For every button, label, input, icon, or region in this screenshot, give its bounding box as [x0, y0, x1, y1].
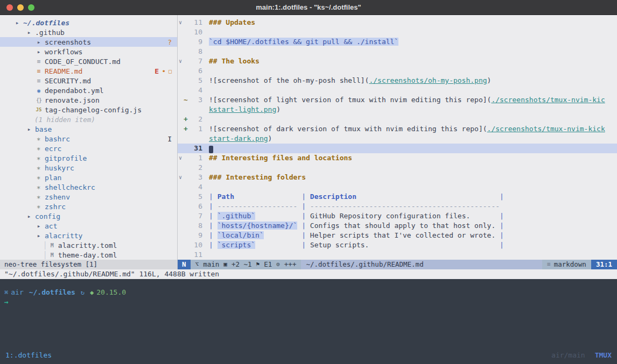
text-segment: | — [495, 231, 504, 239]
tree-item-alacritty[interactable]: ▸alacritty — [0, 231, 177, 240]
tree-item-github[interactable]: ▸.github — [0, 27, 177, 37]
text-segment: ) — [487, 76, 492, 84]
tree-item-root[interactable]: ▸~/.dotfiles — [0, 18, 177, 27]
line-text: | `hosts/{hostname}/` | Configs that sho… — [209, 221, 504, 231]
editor-line[interactable]: 4 — [178, 85, 617, 95]
git-sign-column — [184, 173, 190, 182]
item-label: config — [35, 212, 60, 220]
gutter: 10 — [178, 27, 209, 37]
shell-pane[interactable]: ⌘air~/.dotfiles↻◆20.15.0 → 1:.dotfiles a… — [0, 279, 617, 364]
tree-item-hidden-items[interactable]: (1 hidden item) — [0, 115, 177, 124]
editor-line[interactable]: 10| `scripts` | Setup scripts. | — [178, 240, 617, 250]
text-segment: | — [297, 231, 310, 239]
git-sign-column — [184, 134, 190, 144]
zoom-button[interactable] — [28, 4, 34, 11]
gutter: 6 — [178, 202, 209, 211]
editor-line[interactable]: 10 — [178, 27, 617, 37]
line-text: kstart-light.png) — [209, 105, 281, 115]
tree-item-security-md[interactable]: ≡SECURITY.md — [0, 76, 177, 85]
editor-line[interactable]: 9| `local/bin` | Helper scripts that I'v… — [178, 231, 617, 240]
editor-panel[interactable]: ∨11### Updates109`cd $HOME/.dotfiles && … — [178, 15, 617, 260]
shell-rc-file-icon: ∗ — [34, 135, 43, 143]
editor-rows: ∨11### Updates109`cd $HOME/.dotfiles && … — [178, 18, 617, 260]
text-segment: ![screenshot of the oh-my-posh shell]( — [209, 76, 369, 84]
editor-line[interactable]: ∨7## The looks — [178, 56, 617, 66]
tree-item-dependabot-yml[interactable]: ◉dependabot.yml — [0, 85, 177, 95]
tree-item-code-of-conduct-md[interactable]: ≡CODE_OF_CONDUCT.md — [0, 56, 177, 66]
tree-item-shellcheckrc[interactable]: ∗shellcheckrc — [0, 182, 177, 192]
tree-item-plan[interactable]: ∗plan — [0, 173, 177, 182]
markdown-file-icon: ≡ — [34, 58, 43, 65]
line-number: 2 — [190, 115, 202, 124]
tree-item-readme-md[interactable]: ≡README.mdE•□ — [0, 66, 177, 76]
editor-line[interactable]: 11 — [178, 250, 617, 260]
text-segment: ./screenshots/tmux-nvim-kick — [487, 125, 605, 133]
text-segment: ## The looks — [209, 57, 260, 65]
tree-item-zshrc[interactable]: ∗zshrc — [0, 202, 177, 211]
editor-line[interactable]: ∨3### Interesting folders — [178, 173, 617, 182]
editor-line[interactable]: 8 — [178, 47, 617, 56]
git-sign-column — [184, 56, 190, 66]
tree-item-renovate-json[interactable]: {}renovate.json — [0, 95, 177, 105]
text-segment: | — [209, 212, 218, 220]
tree-item-bashrc[interactable]: ∗bashrcI — [0, 134, 177, 144]
editor-line[interactable]: 7| `.github` | GitHub Repository configu… — [178, 211, 617, 221]
text-segment: Helper scripts that I've collected or wr… — [310, 231, 495, 239]
tree-item-act[interactable]: ▸act — [0, 221, 177, 231]
tree-item-ecrc[interactable]: ∗ecrc — [0, 144, 177, 153]
tmux-window-name[interactable]: 1:.dotfiles — [5, 351, 52, 359]
git-sign-column — [184, 192, 190, 202]
tree-item-theme-day-toml[interactable]: │Mtheme-day.toml — [0, 250, 177, 260]
minimize-button[interactable] — [17, 4, 24, 11]
tree-item-screenshots[interactable]: ▸screenshots? — [0, 37, 177, 47]
item-label: .github — [35, 28, 65, 37]
editor-line[interactable]: 4 — [178, 182, 617, 192]
tree-item-huskyrc[interactable]: ∗huskyrc — [0, 163, 177, 173]
text-segment: Path — [218, 192, 234, 201]
git-sign-column — [184, 240, 190, 250]
editor-line[interactable]: ∨11### Updates — [178, 18, 617, 27]
editor-line[interactable]: kstart-light.png) — [178, 105, 617, 115]
tree-item-alacritty-toml[interactable]: │Malacritty.toml — [0, 240, 177, 250]
line-number — [190, 105, 202, 115]
editor-line[interactable]: start-dark.png) — [178, 134, 617, 144]
tree-item-config[interactable]: ▸config — [0, 211, 177, 221]
cursor-position: 31:1 — [591, 260, 617, 269]
line-number: 8 — [190, 47, 202, 56]
editor-line[interactable]: +2 — [178, 115, 617, 124]
buffer-icon: ▣ — [223, 260, 227, 269]
editor-line[interactable]: 9`cd $HOME/.dotfiles && git pull && ./in… — [178, 37, 617, 47]
cursor-block — [209, 146, 213, 153]
editor-line[interactable]: 5| Path | Description | — [178, 192, 617, 202]
gutter: 2 — [178, 163, 209, 173]
tree-item-base[interactable]: ▸base — [0, 124, 177, 134]
tree-item-tag-changelog-config-js[interactable]: JStag-changelog-config.js — [0, 105, 177, 115]
close-button[interactable] — [6, 4, 13, 11]
item-label: ~/.dotfiles — [23, 19, 69, 27]
editor-line[interactable]: 6 — [178, 66, 617, 76]
line-number: 7 — [190, 56, 202, 66]
text-segment: GitHub Repository configuration files. — [310, 212, 495, 220]
tree-item-workflows[interactable]: ▸workflows — [0, 47, 177, 56]
editor-line[interactable]: 6| ------------------- | ---------------… — [178, 202, 617, 211]
editor-line[interactable]: ∨1## Interesting files and locations — [178, 153, 617, 163]
editor-line[interactable]: 31 — [178, 144, 617, 153]
editor-line[interactable]: 2 — [178, 163, 617, 173]
tree-item-zshenv[interactable]: ∗zshenv — [0, 192, 177, 202]
git-sign-column — [184, 231, 190, 240]
editor-line[interactable]: 5![screenshot of the oh-my-posh shell](.… — [178, 76, 617, 85]
folder-arrow-icon: ▸ — [25, 126, 33, 133]
text-segment: | — [209, 241, 218, 249]
item-label: huskyrc — [45, 164, 74, 172]
gutter — [178, 105, 209, 115]
prompt-input-line[interactable]: → — [0, 296, 617, 306]
editor-line[interactable]: +1![screenshot of dark version of tmux w… — [178, 124, 617, 134]
editor-line[interactable]: ~3![screenshot of light version of tmux … — [178, 95, 617, 105]
git-sign-column: + — [184, 124, 190, 134]
git-sign-column — [184, 211, 190, 221]
text-segment: ------------------- — [218, 202, 298, 210]
editor-line[interactable]: 8| `hosts/{hostname}/` | Configs that sh… — [178, 221, 617, 231]
text-segment: `.github` — [218, 212, 255, 220]
tree-item-gitprofile[interactable]: ∗gitprofile — [0, 153, 177, 163]
text-segment: | — [297, 222, 310, 230]
